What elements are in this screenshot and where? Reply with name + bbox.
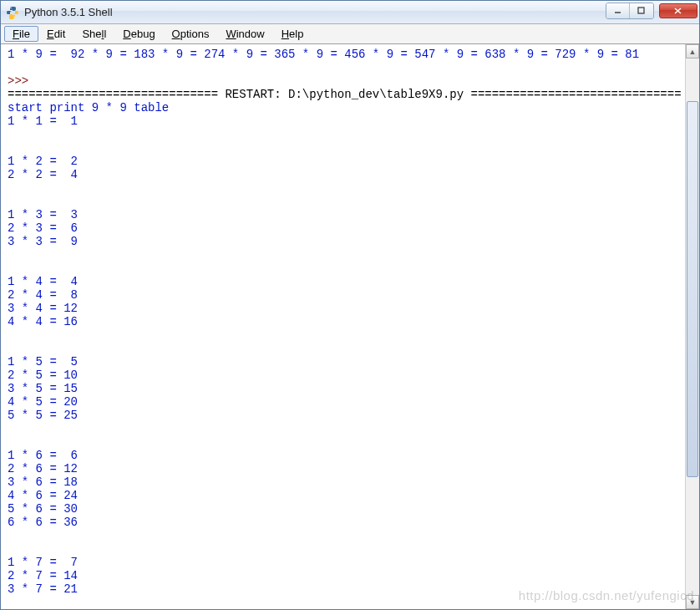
scroll-track[interactable] bbox=[686, 58, 699, 595]
menu-file-rest: ile bbox=[19, 28, 30, 40]
output-line: 1 * 9 = 92 * 9 = 183 * 9 = 274 * 9 = 365… bbox=[8, 48, 678, 61]
output-line bbox=[8, 61, 678, 74]
output-line: ============================== RESTART: … bbox=[8, 88, 678, 101]
output-line: 3 * 4 = 12 bbox=[8, 302, 678, 315]
output-line bbox=[8, 262, 678, 275]
vertical-scrollbar[interactable]: ▲ ▼ bbox=[685, 44, 699, 609]
menu-help-rest: elp bbox=[289, 28, 303, 40]
output-line: 2 * 2 = 4 bbox=[8, 168, 678, 181]
menu-help[interactable]: Help bbox=[273, 26, 312, 42]
output-line: 3 * 3 = 9 bbox=[8, 235, 678, 248]
scroll-thumb[interactable] bbox=[687, 101, 698, 476]
output-line bbox=[8, 435, 678, 449]
output-line bbox=[8, 128, 678, 141]
output-line: 6 * 6 = 36 bbox=[8, 516, 678, 529]
output-line bbox=[8, 422, 678, 435]
output-line: 4 * 4 = 16 bbox=[8, 315, 678, 328]
output-line: 5 * 6 = 30 bbox=[8, 502, 678, 516]
minimize-button[interactable] bbox=[606, 3, 630, 18]
menu-edit[interactable]: Edit bbox=[38, 26, 74, 42]
output-line: 1 * 7 = 7 bbox=[8, 556, 678, 569]
output-line bbox=[8, 542, 678, 556]
output-line bbox=[8, 529, 678, 542]
svg-point-1 bbox=[13, 16, 14, 17]
output-line bbox=[8, 342, 678, 355]
maximize-button[interactable] bbox=[630, 3, 653, 18]
output-line: 2 * 3 = 6 bbox=[8, 221, 678, 235]
menu-debug-rest: ebug bbox=[131, 28, 155, 40]
prompt-line: >>> bbox=[8, 74, 678, 88]
output-line: 3 * 5 = 15 bbox=[8, 382, 678, 395]
output-line: 3 * 6 = 18 bbox=[8, 475, 678, 489]
prompt: >>> bbox=[8, 74, 36, 88]
output-line bbox=[8, 181, 678, 195]
output-line: 2 * 6 = 12 bbox=[8, 462, 678, 475]
output-line: 2 * 5 = 10 bbox=[8, 369, 678, 382]
output-line: 2 * 4 = 8 bbox=[8, 288, 678, 302]
menu-file[interactable]: File bbox=[4, 26, 38, 42]
window-controls bbox=[606, 3, 697, 19]
output-line: 2 * 7 = 14 bbox=[8, 569, 678, 582]
svg-point-0 bbox=[10, 7, 11, 8]
python-icon bbox=[6, 6, 19, 19]
menu-window[interactable]: Window bbox=[217, 26, 272, 42]
svg-rect-3 bbox=[638, 8, 644, 13]
output-line: 1 * 3 = 3 bbox=[8, 208, 678, 221]
app-window: Python 3.5.1 Shell File Edit Shell Debug… bbox=[0, 0, 700, 610]
menu-edit-rest: dit bbox=[54, 28, 66, 40]
menu-shell[interactable]: Shell bbox=[74, 26, 114, 42]
window-title: Python 3.5.1 Shell bbox=[24, 6, 606, 18]
output-line bbox=[8, 328, 678, 342]
output-line: 1 * 4 = 4 bbox=[8, 275, 678, 288]
menu-shell-post: l bbox=[104, 28, 106, 40]
output-line bbox=[8, 248, 678, 262]
shell-text-area[interactable]: 1 * 9 = 92 * 9 = 183 * 9 = 274 * 9 = 365… bbox=[1, 44, 685, 609]
menubar: File Edit Shell Debug Options Window Hel… bbox=[1, 24, 699, 44]
output-line: 1 * 5 = 5 bbox=[8, 355, 678, 369]
titlebar: Python 3.5.1 Shell bbox=[1, 1, 699, 24]
close-button[interactable] bbox=[659, 3, 697, 18]
menu-debug[interactable]: Debug bbox=[114, 26, 163, 42]
output-line: 4 * 5 = 20 bbox=[8, 395, 678, 409]
menu-options[interactable]: Options bbox=[164, 26, 218, 42]
menu-shell-pre: She bbox=[82, 28, 101, 40]
menu-options-rest: ptions bbox=[180, 28, 210, 40]
editor-area: 1 * 9 = 92 * 9 = 183 * 9 = 274 * 9 = 365… bbox=[1, 44, 699, 609]
scroll-down-arrow[interactable]: ▼ bbox=[686, 595, 699, 609]
output-line: 4 * 6 = 24 bbox=[8, 489, 678, 502]
output-line bbox=[8, 195, 678, 208]
output-line: 1 * 2 = 2 bbox=[8, 155, 678, 168]
menu-window-rest: indow bbox=[236, 28, 265, 40]
output-line: 5 * 5 = 25 bbox=[8, 409, 678, 422]
scroll-up-arrow[interactable]: ▲ bbox=[686, 44, 699, 58]
output-line bbox=[8, 141, 678, 155]
output-line: 1 * 6 = 6 bbox=[8, 449, 678, 462]
output-line: 1 * 1 = 1 bbox=[8, 114, 678, 128]
output-line: start print 9 * 9 table bbox=[8, 101, 678, 114]
output-line: 3 * 7 = 21 bbox=[8, 582, 678, 596]
